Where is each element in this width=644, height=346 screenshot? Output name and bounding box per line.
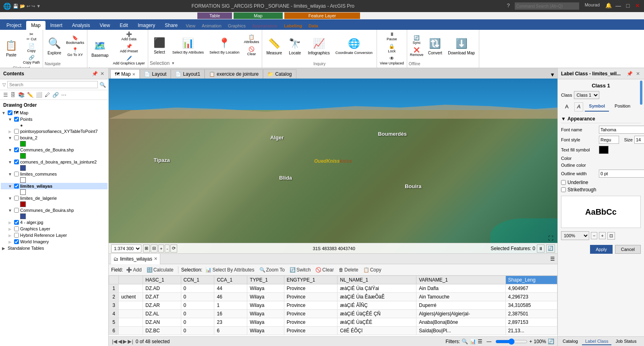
map-rotate-button[interactable]: ⟳: [170, 244, 177, 253]
tab-edit[interactable]: Edit: [115, 21, 133, 30]
convert-button[interactable]: 🔃 Convert: [425, 35, 445, 57]
tab-analysis[interactable]: Analysis: [67, 21, 95, 30]
layer-checkbox-world-imagery[interactable]: [14, 239, 19, 244]
zoom-plus-btn[interactable]: +: [599, 232, 605, 239]
expand-world-imagery-icon[interactable]: ▶: [7, 239, 13, 244]
strikethrough-checkbox[interactable]: [561, 187, 566, 192]
layer-item-communes-bouira2[interactable]: ▼ Communes_de_Bouira.shp: [1, 207, 108, 213]
expand-limites-communes-icon[interactable]: ▼: [7, 171, 13, 177]
expand-points-icon[interactable]: ▼: [7, 116, 13, 122]
attr-copy-button[interactable]: 📋 Copy: [362, 266, 383, 273]
layer-checkbox-bouira2[interactable]: [14, 135, 19, 140]
remove-button[interactable]: ❌ Remove: [409, 46, 425, 58]
underline-checkbox[interactable]: [561, 180, 566, 185]
expand-hybrid-icon[interactable]: ▶: [7, 232, 13, 238]
filter-btn1[interactable]: 🔍: [462, 338, 468, 344]
locate-button[interactable]: 🔭 Locate: [285, 35, 304, 57]
layer-item-map[interactable]: ▼ 🗺 Map: [1, 110, 108, 116]
nav-last-button[interactable]: ▶|: [128, 338, 133, 344]
attr-switch-button[interactable]: 🔃 Switch: [288, 266, 312, 273]
layer-checkbox-communes-bouira[interactable]: [14, 147, 19, 152]
expand-limites-wilayas-icon[interactable]: ▼: [7, 183, 13, 189]
contents-search-input[interactable]: [7, 81, 98, 88]
expand-limites-algerie-icon[interactable]: ▼: [7, 195, 13, 201]
map-minus-button[interactable]: -: [165, 244, 170, 253]
rb-tab-catalog[interactable]: Catalog: [559, 338, 581, 345]
layer-item-limites-wilayas[interactable]: ▼ limites_wilayas: [1, 183, 108, 189]
expand-bouira2-icon[interactable]: ▼: [7, 135, 13, 141]
refresh-button[interactable]: 🔄: [546, 244, 555, 253]
filter-btn3[interactable]: ☰: [478, 338, 482, 344]
pause-refresh-button[interactable]: ⏸: [537, 244, 545, 253]
col-row-num[interactable]: [109, 276, 119, 284]
layer-checkbox-limites-communes[interactable]: [14, 172, 19, 176]
notification-icon[interactable]: 🔔: [605, 2, 612, 10]
expand-map-icon[interactable]: ▼: [1, 110, 6, 116]
view-unplaced-button[interactable]: 👁 View Unplaced: [379, 55, 405, 66]
expand-alger-jpg-icon[interactable]: ▶: [7, 220, 13, 225]
right-panel-pin-button[interactable]: 📌: [626, 71, 634, 77]
attr-clear-button[interactable]: 🚫 Clear: [314, 266, 335, 273]
tab-project[interactable]: Project: [2, 21, 26, 30]
expand-standalone-icon[interactable]: ▶: [1, 245, 6, 251]
zoom-selector[interactable]: 100%: [561, 231, 589, 240]
outline-width-input[interactable]: [599, 170, 644, 178]
table-row[interactable]: 5 DZ.AN 0 23 Wilaya Province æàÇiÉ ÙàÇÊÉ…: [109, 318, 557, 327]
clear-selection-button[interactable]: 🚫 Clear: [242, 46, 260, 57]
doc-tab-map[interactable]: 🗺 Map ✕: [110, 69, 140, 79]
layer-checkbox-limites-algerie[interactable]: [14, 196, 19, 201]
tab-insert[interactable]: Insert: [46, 21, 67, 30]
right-panel-close-button[interactable]: ✕: [635, 71, 641, 77]
add-preset-button[interactable]: 📌 Add Preset: [112, 43, 146, 54]
layer-tool-edit[interactable]: ✏️: [26, 91, 34, 99]
table-row[interactable]: 1 DZ.AD 0 44 Wilaya Province æàÇiÉ Úia Ç…: [109, 284, 557, 293]
zoom-minus-btn[interactable]: −: [591, 232, 597, 239]
col-hasc1[interactable]: HASC_1: [143, 276, 181, 284]
layer-item-hybrid[interactable]: ▶ Hybrid Reference Layer: [1, 232, 108, 238]
layer-tool-more[interactable]: ⋯: [60, 91, 67, 99]
sync-button[interactable]: 🔄 Sync: [409, 34, 425, 46]
layer-checkbox-communes-bouira2[interactable]: [14, 208, 19, 213]
layer-item-points[interactable]: ▼ Points: [1, 116, 108, 122]
attr-delete-button[interactable]: 🗑 Delete: [337, 266, 360, 273]
tab-appearance[interactable]: Appearance: [249, 22, 281, 30]
col-nlname1[interactable]: NL_NAME_1: [338, 276, 416, 284]
cut-button[interactable]: ✂ ✂ Cut: [22, 31, 41, 42]
tab-graphics[interactable]: Graphics: [225, 22, 249, 30]
add-data-button[interactable]: ➕ Add Data: [112, 31, 146, 42]
map-plus-button[interactable]: +: [158, 244, 164, 253]
context-tab-map[interactable]: Map: [234, 12, 282, 19]
tab-imagery[interactable]: Imagery: [133, 21, 160, 30]
selection-expand-icon[interactable]: ▼: [171, 61, 175, 65]
col-engtype1[interactable]: ENGTYPE_1: [284, 276, 338, 284]
text-fill-color-box[interactable]: [599, 146, 609, 154]
select-button[interactable]: ⬛ Select: [150, 34, 169, 56]
table-row[interactable]: 2 uchent DZ.AT 0 46 Wilaya Province æàÇi…: [109, 293, 557, 301]
minimize-button[interactable]: —: [615, 2, 621, 9]
context-tab-feature-layer[interactable]: Feature Layer: [284, 12, 360, 19]
layer-item-bouira2[interactable]: ▼ bouira_2: [1, 135, 108, 141]
font-name-input[interactable]: [599, 126, 644, 134]
layer-checkbox-graphics[interactable]: [14, 226, 19, 231]
table-row[interactable]: 3 DZ.AR 0 1 Wilaya Province æàÇiÉ ÂÎÑÇ D…: [109, 301, 557, 310]
lock-button[interactable]: 🔒 Lock: [379, 43, 405, 54]
doc-tab-exercice[interactable]: 📋 exercice de jointure: [205, 69, 263, 79]
attr-table-close-button[interactable]: ✕: [154, 256, 157, 261]
table-row[interactable]: 4 DZ.AL 0 16 Wilaya Province æàÇiÉ ÚàÇÊÉ…: [109, 310, 557, 318]
explore-button[interactable]: 🔍 Explore: [45, 35, 64, 57]
map-table-button[interactable]: ⊟: [151, 244, 157, 253]
nav-next-button[interactable]: ▶: [123, 338, 127, 344]
attributes-button[interactable]: 📋 Attributes: [242, 33, 260, 45]
close-button[interactable]: ✕: [634, 2, 641, 9]
tabs-collapse-button[interactable]: ▼: [547, 71, 557, 79]
attr-select-by-attrs-button[interactable]: 📊 Select By Attributes: [204, 266, 256, 273]
map-tab-close[interactable]: ✕: [132, 72, 135, 77]
col-empty[interactable]: [119, 276, 143, 284]
basemap-button[interactable]: 🗺️ Basemap: [89, 37, 111, 60]
col-ccn1[interactable]: CCN_1: [181, 276, 214, 284]
layer-checkbox-hybrid[interactable]: [14, 233, 19, 238]
layer-tool-database[interactable]: 🗄: [10, 91, 17, 99]
download-map-button[interactable]: ⬇️ Download Map: [445, 35, 477, 57]
pause-button[interactable]: ⏸ Pause: [379, 31, 405, 42]
add-graphics-layer-button[interactable]: 🖊️ Add Graphics Layer: [112, 55, 146, 66]
